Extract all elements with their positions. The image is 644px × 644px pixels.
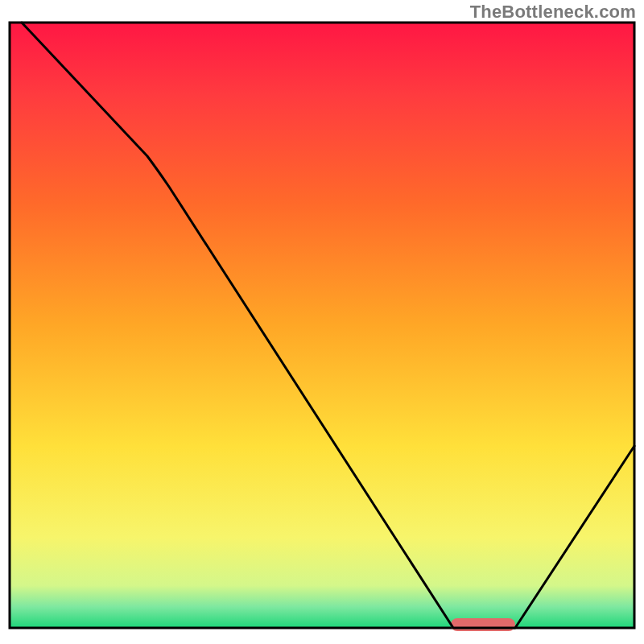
chart-stage: TheBottleneck.com bbox=[0, 0, 644, 644]
watermark-text: TheBottleneck.com bbox=[470, 2, 636, 23]
plot-background bbox=[10, 23, 634, 628]
optimal-marker bbox=[451, 618, 515, 631]
chart-svg bbox=[0, 0, 644, 644]
